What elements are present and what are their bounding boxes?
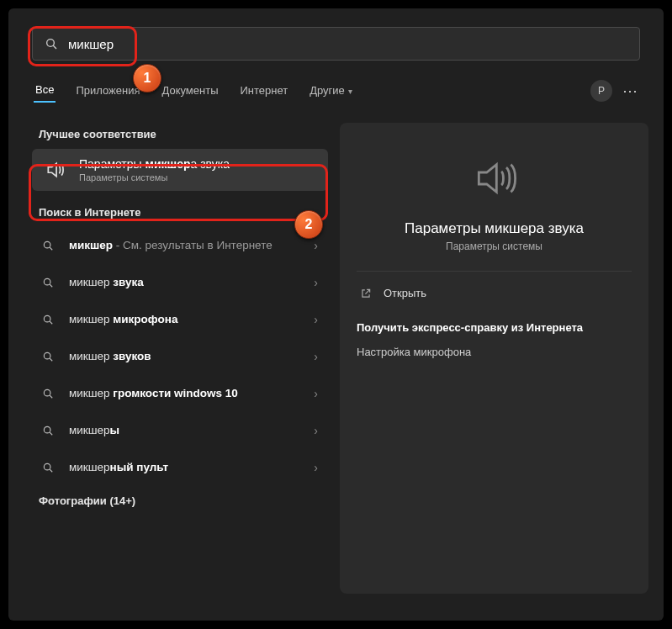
web-result-text: микшер звука: [69, 275, 314, 290]
best-match-text: Параметры микшера звука Параметры систем…: [79, 157, 230, 182]
best-match-title-pre: Параметры: [79, 157, 146, 171]
tab-more-label: Другие: [310, 84, 345, 97]
search-icon: [39, 462, 57, 473]
web-result-text: микшер звуков: [69, 349, 314, 364]
divider: [357, 271, 632, 272]
search-icon: [39, 425, 57, 436]
open-action[interactable]: Открыть: [357, 282, 632, 304]
svg-point-12: [44, 426, 50, 433]
web-results-list: микшер - См. результаты в Интернете›микш…: [32, 227, 328, 486]
tabs-bar: Все Приложения Документы Интернет Другие…: [8, 72, 664, 109]
callout-badge-2: 2: [294, 210, 323, 239]
chevron-right-icon: ›: [314, 461, 318, 474]
search-icon: [39, 351, 57, 362]
search-icon: [43, 37, 60, 50]
web-result-text: микшер - См. результаты в Интернете: [69, 238, 314, 253]
search-window: Все Приложения Документы Интернет Другие…: [8, 8, 664, 621]
svg-line-5: [50, 284, 52, 287]
preview-title: Параметры микшера звука: [357, 220, 632, 237]
tab-apps[interactable]: Приложения: [74, 79, 141, 102]
preview-speaker-icon: [357, 155, 632, 202]
svg-point-0: [47, 40, 55, 47]
photos-label: Фотографии (14+): [39, 494, 321, 507]
web-result-item[interactable]: микшеры›: [32, 412, 328, 449]
help-header: Получить экспресс-справку из Интернета: [357, 321, 632, 334]
searchbar-container: [8, 8, 664, 66]
open-icon: [360, 288, 372, 299]
speaker-icon: [44, 158, 67, 182]
avatar[interactable]: P: [590, 80, 612, 102]
best-match-title-post: а звука: [191, 157, 230, 171]
svg-point-8: [44, 352, 50, 359]
web-result-text: микшеры: [69, 423, 314, 438]
chevron-right-icon: ›: [314, 350, 318, 363]
web-result-item[interactable]: микшер звука›: [32, 264, 328, 301]
tab-internet[interactable]: Интернет: [238, 79, 289, 102]
chevron-right-icon: ›: [314, 424, 318, 437]
search-input[interactable]: [60, 37, 639, 51]
tab-docs[interactable]: Документы: [160, 79, 220, 102]
search-icon: [39, 277, 57, 288]
best-match-title-bold: микшер: [146, 157, 191, 171]
results-column: Лучшее соответствие Параметры микшера зв…: [32, 123, 328, 621]
best-match-label: Лучшее соответствие: [39, 128, 321, 140]
preview-subtitle: Параметры системы: [357, 240, 632, 252]
search-icon: [39, 240, 57, 251]
svg-line-11: [50, 395, 52, 398]
open-label: Открыть: [384, 287, 426, 299]
best-match-result[interactable]: Параметры микшера звука Параметры систем…: [32, 149, 328, 191]
svg-point-2: [44, 241, 50, 248]
web-result-item[interactable]: микшер звуков›: [32, 338, 328, 375]
search-icon: [39, 314, 57, 325]
svg-line-1: [53, 45, 56, 49]
chevron-right-icon: ›: [314, 387, 318, 400]
search-input-wrapper[interactable]: [32, 27, 640, 61]
chevron-right-icon: ›: [314, 313, 318, 326]
svg-point-4: [44, 278, 50, 285]
web-result-text: микшерный пульт: [69, 460, 314, 475]
chevron-right-icon: ›: [314, 239, 318, 252]
web-result-item[interactable]: микшер громкости windows 10›: [32, 375, 328, 412]
svg-line-13: [50, 432, 52, 435]
web-search-label: Поиск в Интернете: [39, 206, 321, 219]
chevron-right-icon: ›: [314, 276, 318, 289]
more-options-button[interactable]: ⋯: [622, 82, 638, 100]
search-icon: [39, 388, 57, 399]
web-result-text: микшер микрофона: [69, 312, 314, 327]
callout-badge-1: 1: [133, 64, 161, 92]
tab-all[interactable]: Все: [34, 78, 56, 103]
svg-line-7: [50, 321, 52, 324]
web-result-text: микшер громкости windows 10: [69, 386, 314, 401]
svg-line-3: [50, 247, 52, 250]
web-result-item[interactable]: микшер микрофона›: [32, 301, 328, 338]
preview-panel: Параметры микшера звука Параметры систем…: [340, 123, 648, 594]
web-result-item[interactable]: микшерный пульт›: [32, 449, 328, 486]
chevron-down-icon: ▾: [348, 87, 352, 96]
tab-more[interactable]: Другие▾: [308, 79, 354, 102]
svg-point-14: [44, 463, 50, 470]
svg-point-6: [44, 315, 50, 322]
svg-line-15: [50, 469, 52, 472]
svg-point-10: [44, 389, 50, 396]
web-result-item[interactable]: микшер - См. результаты в Интернете›: [32, 227, 328, 264]
best-match-subtitle: Параметры системы: [79, 172, 230, 182]
svg-line-9: [50, 358, 52, 361]
help-link-microphone[interactable]: Настройка микрофона: [357, 346, 632, 358]
content-area: Лучшее соответствие Параметры микшера зв…: [8, 123, 664, 621]
